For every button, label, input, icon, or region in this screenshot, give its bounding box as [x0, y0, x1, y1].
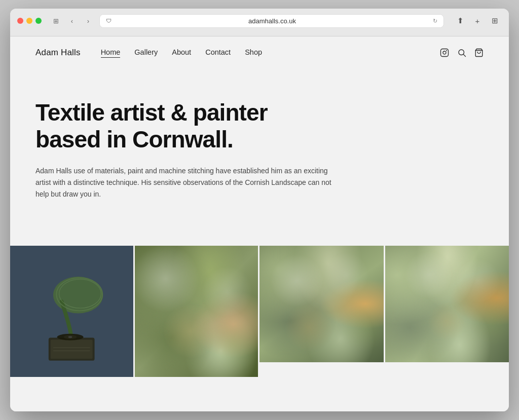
gallery-image-lichen-3[interactable] [385, 246, 509, 362]
hero-title: Textile artist & painter based in Cornwa… [35, 99, 319, 153]
svg-rect-10 [51, 339, 93, 359]
forward-button[interactable]: › [82, 15, 94, 26]
svg-point-13 [68, 336, 72, 338]
cart-icon[interactable] [474, 48, 484, 57]
site-nav: Adam Halls Home Gallery About Contact Sh… [10, 36, 509, 69]
new-tab-button[interactable]: + [470, 14, 485, 28]
hero-description: Adam Halls use of materials, paint and m… [35, 165, 340, 200]
svg-point-1 [443, 51, 446, 54]
gallery-item-double[interactable] [10, 246, 258, 377]
nav-shop[interactable]: Shop [245, 48, 262, 57]
nav-gallery[interactable]: Gallery [134, 48, 158, 57]
traffic-lights [17, 18, 42, 24]
gallery-image-gramophone[interactable] [10, 246, 133, 377]
toolbar-right: ⬆ + ⊞ [453, 14, 502, 28]
nav-links: Home Gallery About Contact Shop [101, 48, 440, 58]
address-bar[interactable]: 🛡 adamhalls.co.uk ↻ [99, 14, 444, 28]
reload-icon: ↻ [433, 18, 437, 24]
gallery-image-lichen-2[interactable] [260, 246, 384, 362]
close-button[interactable] [17, 18, 23, 24]
svg-rect-0 [441, 49, 449, 57]
instagram-icon[interactable] [440, 48, 449, 57]
fullscreen-button[interactable] [35, 18, 42, 24]
gallery-item-2[interactable] [260, 246, 384, 362]
gallery-item-3[interactable] [385, 246, 509, 362]
website-content: Adam Halls Home Gallery About Contact Sh… [10, 36, 509, 411]
nav-home[interactable]: Home [101, 48, 121, 58]
browser-chrome: ⊞ ‹ › 🛡 adamhalls.co.uk ↻ ⬆ + ⊞ [10, 9, 509, 36]
hero-section: Textile artist & painter based in Cornwa… [10, 69, 509, 220]
shield-icon: 🛡 [106, 18, 112, 24]
browser-controls: ⊞ ‹ › [50, 15, 94, 26]
svg-point-2 [447, 51, 447, 51]
gallery-image-lichen-1[interactable] [135, 246, 258, 377]
svg-line-4 [463, 54, 465, 56]
search-icon[interactable] [457, 48, 466, 57]
nav-contact[interactable]: Contact [205, 48, 231, 57]
nav-about[interactable]: About [172, 48, 191, 57]
sidebar-toggle[interactable]: ⊞ [50, 15, 62, 26]
minimize-button[interactable] [26, 18, 32, 24]
browser-window: ⊞ ‹ › 🛡 adamhalls.co.uk ↻ ⬆ + ⊞ Adam Hal… [10, 9, 509, 411]
grid-view-button[interactable]: ⊞ [488, 14, 502, 28]
url-text: adamhalls.co.uk [115, 17, 430, 25]
nav-icons [440, 48, 484, 57]
share-button[interactable]: ⬆ [453, 14, 467, 28]
gallery-strip [10, 246, 509, 377]
site-logo[interactable]: Adam Halls [35, 48, 81, 58]
back-button[interactable]: ‹ [66, 15, 78, 26]
